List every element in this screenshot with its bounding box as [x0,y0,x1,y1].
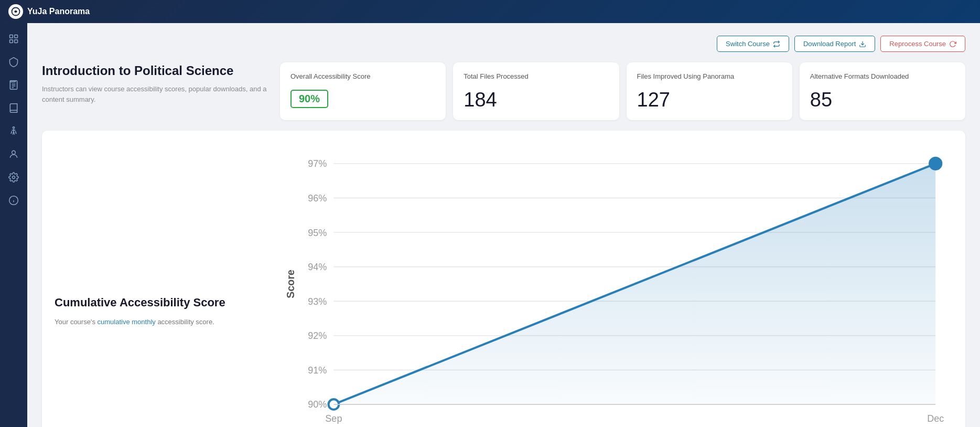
yuja-logo-icon [8,4,23,19]
download-icon [859,40,866,48]
chart-title: Cumulative Accessibility Score [55,296,249,309]
chart-svg: 90% 91% 92% 93% 94% 95% 96% 97% Score [282,145,953,427]
sidebar-item-dashboard[interactable] [4,29,23,48]
svg-line-12 [15,131,16,134]
stats-row: Overall Accessibility Score 90% Total Fi… [280,62,965,120]
sidebar-item-settings[interactable] [4,168,23,187]
svg-rect-2 [15,35,18,38]
stat-card-total-files: Total Files Processed 184 [453,62,619,120]
sidebar-item-info[interactable] [4,191,23,210]
switch-course-label: Switch Course [726,40,770,48]
sidebar-item-book[interactable] [4,99,23,118]
svg-rect-1 [10,35,13,38]
stat-card-alt-formats: Alternative Formats Downloaded 85 [800,62,965,120]
switch-course-button[interactable]: Switch Course [717,36,789,52]
course-subtitle: Instructors can view course accessibilit… [42,84,267,104]
stat-value-1: 184 [464,90,608,110]
stat-value-3: 85 [810,90,955,110]
stat-label-1: Total Files Processed [464,72,608,81]
y-label-91: 91% [308,365,327,376]
chart-description: Cumulative Accessibility Score Your cour… [55,145,259,427]
topbar-logo: YuJa Panorama [8,4,90,19]
stat-label-0: Overall Accessibility Score [290,72,435,81]
reprocess-course-button[interactable]: Reprocess Course [880,36,965,52]
sidebar-item-documents[interactable] [4,76,23,94]
svg-line-11 [11,131,12,134]
svg-point-14 [13,176,15,179]
sidebar-item-accessibility[interactable] [4,122,23,141]
y-label-94: 94% [308,262,327,272]
topbar: YuJa Panorama [0,0,980,23]
switch-icon [773,40,780,48]
y-label-96: 96% [308,193,327,204]
stat-card-files-improved: Files Improved Using Panorama 127 [627,62,792,120]
stat-value-0: 90% [290,90,328,108]
y-label-93: 93% [308,296,327,307]
x-label-sep: Sep [325,413,342,424]
y-label-90: 90% [308,400,327,410]
sidebar-item-user[interactable] [4,145,23,164]
download-report-button[interactable]: Download Report [794,36,875,52]
svg-rect-4 [15,40,18,43]
chart-section: Cumulative Accessibility Score Your cour… [42,131,965,427]
svg-point-13 [12,151,16,154]
main-layout: Switch Course Download Report Reprocess … [0,23,980,427]
y-label-97: 97% [308,159,327,169]
chart-area: 90% 91% 92% 93% 94% 95% 96% 97% Score [259,145,953,427]
svg-point-10 [13,127,14,129]
y-label-92: 92% [308,330,327,341]
content-area: Switch Course Download Report Reprocess … [27,23,980,427]
stat-value-2: 127 [637,90,782,110]
stat-card-accessibility-score: Overall Accessibility Score 90% [280,62,446,120]
x-label-dec: Dec [927,413,944,424]
data-point-dec [930,157,942,169]
reprocess-icon [949,40,956,48]
y-label-95: 95% [308,228,327,238]
svg-rect-3 [10,40,13,43]
reprocess-course-label: Reprocess Course [889,40,946,48]
stat-label-3: Alternative Formats Downloaded [810,72,955,81]
stat-label-2: Files Improved Using Panorama [637,72,782,81]
sidebar [0,23,27,427]
sidebar-item-security[interactable] [4,52,23,71]
download-report-label: Download Report [803,40,856,48]
course-title: Introduction to Political Science [42,62,267,79]
action-row: Switch Course Download Report Reprocess … [42,36,965,52]
y-axis-title: Score [285,270,296,298]
course-info: Introduction to Political Science Instru… [42,62,267,104]
chart-text-highlight: cumulative monthly [98,318,156,326]
chart-text: Your course's cumulative monthly accessi… [55,317,249,328]
header-section: Introduction to Political Science Instru… [42,62,965,120]
app-title: YuJa Panorama [27,7,90,16]
